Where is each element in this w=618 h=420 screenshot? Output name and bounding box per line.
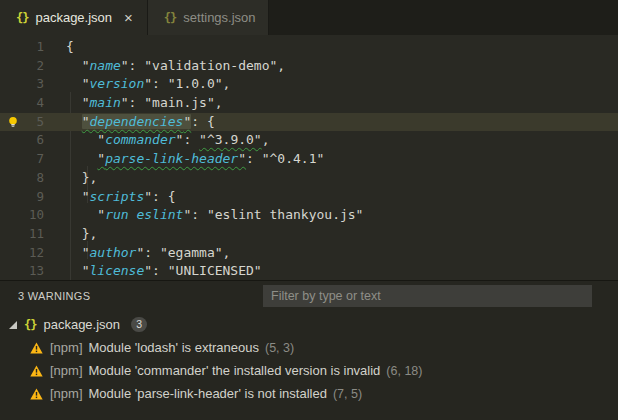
code-line-5-current: 5 "dependencies": {	[0, 113, 618, 132]
line-number: 1	[26, 38, 44, 57]
problem-message: Module 'commander' the installed version…	[89, 363, 381, 378]
problem-source: [npm]	[50, 340, 83, 355]
problems-panel-header: 3 WARNINGS	[0, 281, 618, 311]
line-number: 9	[26, 188, 44, 207]
line-number: 3	[26, 75, 44, 94]
tab-package-json[interactable]: {} package.json ×	[0, 0, 148, 35]
problem-message: Module 'parse-link-header' is not instal…	[89, 386, 327, 401]
problem-source: [npm]	[50, 386, 83, 401]
code-line-12: 12 "author": "egamma",	[0, 244, 618, 263]
problem-source: [npm]	[50, 363, 83, 378]
json-file-icon: {}	[24, 318, 36, 332]
problems-summary: 3 WARNINGS	[18, 290, 90, 302]
close-icon[interactable]: ×	[122, 10, 135, 25]
code-text[interactable]: "parse-link-header": "^0.4.1"	[66, 150, 324, 169]
code-text[interactable]: "dependencies": {	[66, 113, 215, 132]
problems-file-name: package.json	[43, 317, 120, 332]
line-number: 4	[26, 94, 44, 113]
line-number: 2	[26, 57, 44, 76]
warning-icon	[30, 388, 43, 400]
problem-message: Module 'lodash' is extraneous	[89, 340, 259, 355]
code-line-13: 13 "license": "UNLICENSED"	[0, 262, 618, 281]
code-text[interactable]: "commander": "^3.9.0",	[66, 131, 270, 150]
problems-filter-input[interactable]	[263, 285, 592, 307]
code-text[interactable]: "name": "validation-demo",	[66, 57, 285, 76]
code-line-4: 4 "main": "main.js",	[0, 94, 618, 113]
code-text[interactable]: "main": "main.js",	[66, 94, 223, 113]
code-text[interactable]: },	[66, 169, 97, 188]
tab-settings-json[interactable]: {} settings.json	[148, 0, 269, 35]
code-line-9: 9 "scripts": {	[0, 188, 618, 207]
problems-tree: {} package.json 3 [npm] Module 'lodash' …	[0, 311, 618, 405]
expand-twisty-icon[interactable]	[8, 320, 18, 330]
code-line-2: 2 "name": "validation-demo",	[0, 57, 618, 76]
warning-icon	[30, 342, 43, 354]
problem-row-commander[interactable]: [npm] Module 'commander' the installed v…	[0, 359, 618, 382]
code-line-1: 1 {	[0, 38, 618, 57]
problem-location: (6, 18)	[386, 364, 422, 378]
problems-file-row[interactable]: {} package.json 3	[0, 313, 618, 336]
json-file-icon: {}	[164, 11, 176, 25]
code-line-3: 3 "version": "1.0.0",	[0, 75, 618, 94]
code-text[interactable]: "run eslint": "eslint thankyou.js"	[66, 206, 363, 225]
problem-row-lodash[interactable]: [npm] Module 'lodash' is extraneous (5, …	[0, 336, 618, 359]
problem-location: (7, 5)	[333, 387, 362, 401]
json-file-icon: {}	[16, 11, 28, 25]
code-text[interactable]: "version": "1.0.0",	[66, 75, 230, 94]
lightbulb-icon[interactable]	[7, 116, 19, 129]
tab-label: settings.json	[183, 10, 255, 25]
tab-label: package.json	[35, 10, 112, 25]
problem-count-badge: 3	[131, 317, 147, 332]
line-number: 6	[26, 131, 44, 150]
line-number: 8	[26, 169, 44, 188]
line-number: 12	[26, 244, 44, 263]
line-number: 11	[26, 225, 44, 244]
line-number: 13	[26, 262, 44, 281]
line-number: 10	[26, 206, 44, 225]
code-line-7: 7 "parse-link-header": "^0.4.1"	[0, 150, 618, 169]
code-editor[interactable]: 1 { 2 "name": "validation-demo", 3 "vers…	[0, 35, 618, 281]
code-text[interactable]: "license": "UNLICENSED"	[66, 262, 262, 281]
line-number: 5	[26, 113, 44, 132]
code-text[interactable]: },	[66, 225, 97, 244]
problem-row-parse-link-header[interactable]: [npm] Module 'parse-link-header' is not …	[0, 382, 618, 405]
line-number: 7	[26, 150, 44, 169]
code-text[interactable]: {	[66, 38, 74, 57]
editor-tab-bar: {} package.json × {} settings.json	[0, 0, 618, 35]
code-line-10: 10 "run eslint": "eslint thankyou.js"	[0, 206, 618, 225]
code-text[interactable]: "author": "egamma",	[66, 244, 230, 263]
problem-location: (5, 3)	[265, 341, 294, 355]
code-line-8: 8 },	[0, 169, 618, 188]
warning-icon	[30, 365, 43, 377]
problems-panel: 3 WARNINGS {} package.json 3 [npm] Modul	[0, 281, 618, 420]
code-line-6: 6 "commander": "^3.9.0",	[0, 131, 618, 150]
code-text[interactable]: "scripts": {	[66, 188, 176, 207]
vscode-window: {} package.json × {} settings.json 1 { 2…	[0, 0, 618, 420]
code-line-11: 11 },	[0, 225, 618, 244]
